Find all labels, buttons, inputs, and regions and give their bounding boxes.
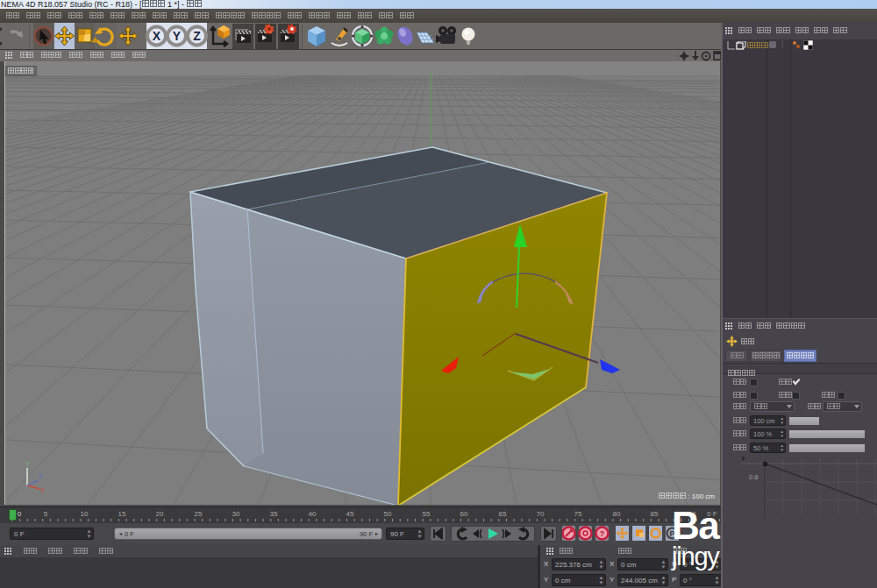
svg-text:?: ? bbox=[600, 529, 605, 538]
svg-text:Z: Z bbox=[193, 29, 201, 43]
svg-text:X: X bbox=[153, 29, 161, 43]
svg-text:X: X bbox=[40, 487, 45, 493]
svg-text:Z: Z bbox=[39, 473, 43, 479]
svg-text:Y: Y bbox=[173, 29, 182, 43]
svg-text:Y: Y bbox=[25, 461, 30, 467]
